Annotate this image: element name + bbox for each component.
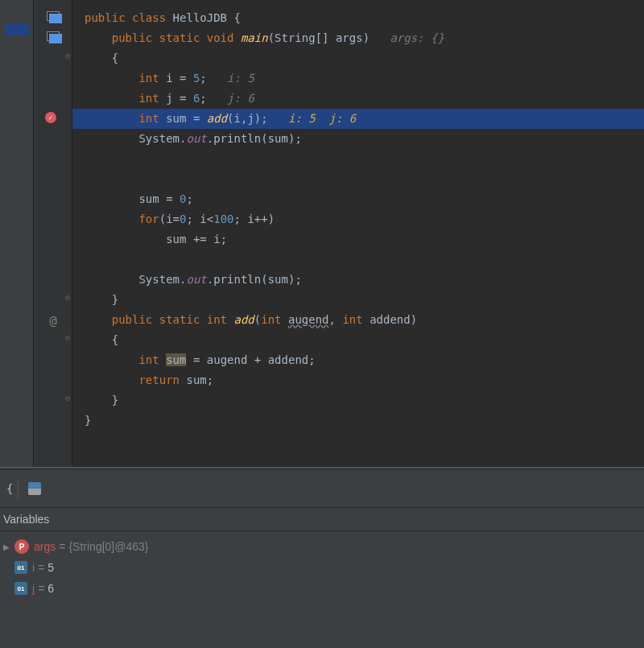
variable-type-icon: P	[14, 539, 29, 554]
code-line[interactable]: sum = 0;	[72, 189, 644, 209]
fold-close-icon[interactable]: ⊖	[60, 394, 76, 410]
variable-value: {String[0]@463}	[68, 540, 148, 553]
code-line[interactable]: int j = 6; j: 6	[72, 89, 644, 109]
code-line[interactable]: return sum;	[72, 370, 644, 390]
variable-type-icon: 01	[14, 561, 27, 574]
code-line[interactable]: {	[72, 48, 644, 68]
variable-type-icon: 01	[14, 582, 27, 595]
breakpoint-icon[interactable]	[45, 112, 61, 128]
code-line[interactable]: public static int add(int augend, int ad…	[72, 310, 644, 330]
code-line[interactable]: }	[72, 290, 644, 310]
debug-toolbar: {	[0, 469, 644, 508]
editor-container: ⊖⊖@⊖⊖ public class HelloJDB { public sta…	[0, 0, 644, 467]
evaluate-expression-icon[interactable]	[28, 482, 41, 495]
variable-value: 6	[47, 582, 54, 595]
code-line[interactable]	[72, 149, 644, 169]
code-line[interactable]: sum += i;	[72, 229, 644, 250]
code-line[interactable]: }	[72, 411, 644, 431]
execution-point-icon[interactable]	[47, 31, 63, 47]
variables-list[interactable]: ▶Pargs = {String[0]@463}01i = 501j = 6	[0, 531, 644, 604]
code-editor[interactable]: public class HelloJDB { public static vo…	[72, 0, 644, 467]
code-line[interactable]: int sum = augend + addend;	[72, 350, 644, 370]
fold-open-icon[interactable]: ⊖	[60, 333, 76, 349]
variable-name: args	[34, 540, 56, 553]
variable-value: 5	[47, 561, 54, 574]
equals-sign: =	[59, 540, 65, 553]
debug-tab-label[interactable]: {	[6, 482, 13, 495]
project-selection[interactable]	[5, 24, 29, 35]
code-line[interactable]: int sum = add(i,j); i: 5 j: 6	[72, 109, 644, 129]
variable-row[interactable]: 01j = 6	[3, 578, 641, 599]
code-line[interactable]	[72, 169, 644, 189]
code-line[interactable]: System.out.println(sum);	[72, 129, 644, 149]
code-line[interactable]: int i = 5; i: 5	[72, 68, 644, 89]
variables-header: Variables	[0, 508, 644, 531]
code-line[interactable]: {	[72, 330, 644, 350]
code-line[interactable]: public static void main(String[] args) a…	[72, 28, 644, 48]
editor-gutter[interactable]: ⊖⊖@⊖⊖	[34, 0, 72, 467]
override-icon[interactable]: @	[45, 313, 61, 329]
variable-name: i	[32, 561, 35, 574]
variable-row[interactable]: 01i = 5	[3, 557, 641, 578]
code-line[interactable]: public class HelloJDB {	[72, 8, 644, 28]
equals-sign: =	[38, 582, 44, 595]
code-line[interactable]: for(i=0; i<100; i++)	[72, 209, 644, 229]
execution-point-icon[interactable]	[47, 11, 63, 27]
toolbar-divider	[18, 479, 19, 498]
variable-name: j	[32, 582, 35, 595]
debug-panel: { Variables ▶Pargs = {String[0]@463}01i …	[0, 468, 644, 648]
fold-close-icon[interactable]: ⊖	[60, 293, 76, 309]
equals-sign: =	[38, 561, 44, 574]
code-line[interactable]	[72, 250, 644, 270]
code-line[interactable]: System.out.println(sum);	[72, 270, 644, 290]
project-tool-window[interactable]	[0, 0, 34, 467]
code-line[interactable]: }	[72, 390, 644, 411]
expand-arrow-icon[interactable]: ▶	[3, 543, 11, 551]
variable-row[interactable]: ▶Pargs = {String[0]@463}	[3, 536, 641, 557]
fold-open-icon[interactable]: ⊖	[60, 52, 76, 68]
